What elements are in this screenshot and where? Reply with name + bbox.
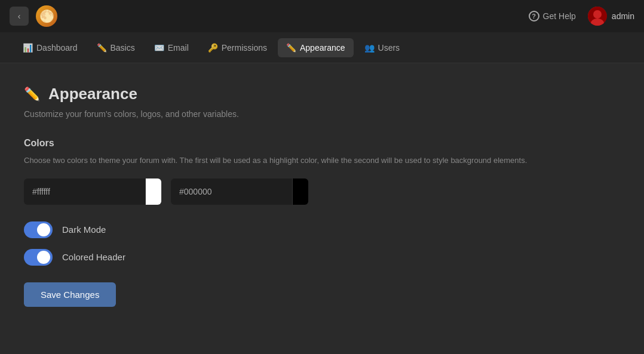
color1-swatch[interactable] bbox=[145, 178, 161, 205]
logo: 🌕 bbox=[36, 5, 57, 27]
back-button[interactable]: ‹ bbox=[10, 7, 29, 26]
content-area: ✏️ Appearance Customize your forum's col… bbox=[0, 63, 644, 354]
nav-label-dashboard: Dashboard bbox=[36, 43, 78, 53]
sidebar-item-appearance[interactable]: ✏️ Appearance bbox=[278, 38, 354, 57]
get-help-button[interactable]: ? Get Help bbox=[529, 11, 576, 21]
color1-text-input[interactable] bbox=[24, 187, 145, 196]
topbar-left: ‹ 🌕 bbox=[10, 5, 57, 27]
color2-group bbox=[171, 178, 308, 205]
page-title: Appearance bbox=[48, 85, 137, 103]
sidebar-item-email[interactable]: ✉️ Email bbox=[146, 38, 197, 57]
dark-mode-row: Dark Mode bbox=[24, 221, 620, 238]
colored-header-row: Colored Header bbox=[24, 249, 620, 266]
email-icon: ✉️ bbox=[154, 43, 164, 53]
help-icon: ? bbox=[529, 11, 539, 21]
avatar bbox=[588, 7, 607, 26]
color2-swatch[interactable] bbox=[292, 178, 308, 205]
colors-section-title: Colors bbox=[24, 138, 620, 149]
nav-label-email: Email bbox=[168, 43, 189, 53]
navbar: 📊 Dashboard ✏️ Basics ✉️ Email 🔑 Permiss… bbox=[0, 32, 644, 63]
color-inputs bbox=[24, 178, 620, 205]
color2-text-input[interactable] bbox=[171, 187, 292, 196]
nav-label-permissions: Permissions bbox=[222, 43, 267, 53]
colored-header-slider bbox=[24, 249, 53, 266]
back-icon: ‹ bbox=[18, 11, 21, 21]
colored-header-toggle[interactable] bbox=[24, 249, 53, 266]
topbar-right: ? Get Help admin bbox=[529, 7, 634, 26]
admin-menu[interactable]: admin bbox=[588, 7, 634, 26]
appearance-icon: ✏️ bbox=[286, 43, 296, 53]
basics-icon: ✏️ bbox=[97, 43, 107, 53]
color1-group bbox=[24, 178, 161, 205]
admin-label: admin bbox=[612, 11, 634, 21]
nav-label-basics: Basics bbox=[111, 43, 135, 53]
page-subtitle: Customize your forum's colors, logos, an… bbox=[24, 109, 620, 119]
sidebar-item-dashboard[interactable]: 📊 Dashboard bbox=[14, 38, 86, 57]
colors-section-desc: Choose two colors to theme your forum wi… bbox=[24, 155, 620, 167]
sidebar-item-permissions[interactable]: 🔑 Permissions bbox=[200, 38, 275, 57]
svg-point-1 bbox=[593, 10, 602, 19]
dark-mode-slider bbox=[24, 221, 53, 238]
avatar-svg bbox=[588, 7, 607, 26]
save-button[interactable]: Save Changes bbox=[24, 282, 116, 307]
get-help-label: Get Help bbox=[543, 11, 576, 21]
page-title-row: ✏️ Appearance bbox=[24, 85, 620, 103]
colored-header-label: Colored Header bbox=[62, 252, 125, 262]
users-icon: 👥 bbox=[364, 43, 375, 53]
colors-section: Colors Choose two colors to theme your f… bbox=[24, 138, 620, 205]
dashboard-icon: 📊 bbox=[23, 43, 33, 53]
page-title-icon: ✏️ bbox=[24, 87, 40, 102]
dark-mode-label: Dark Mode bbox=[62, 224, 106, 235]
main-panel: ✏️ Appearance Customize your forum's col… bbox=[0, 63, 644, 328]
topbar: ‹ 🌕 ? Get Help admin bbox=[0, 0, 644, 32]
dark-mode-toggle[interactable] bbox=[24, 221, 53, 238]
permissions-icon: 🔑 bbox=[208, 43, 218, 53]
nav-label-users: Users bbox=[378, 43, 400, 53]
logo-emoji: 🌕 bbox=[39, 9, 54, 23]
nav-label-appearance: Appearance bbox=[300, 43, 345, 53]
sidebar-item-users[interactable]: 👥 Users bbox=[356, 38, 409, 57]
sidebar-item-basics[interactable]: ✏️ Basics bbox=[88, 38, 143, 57]
